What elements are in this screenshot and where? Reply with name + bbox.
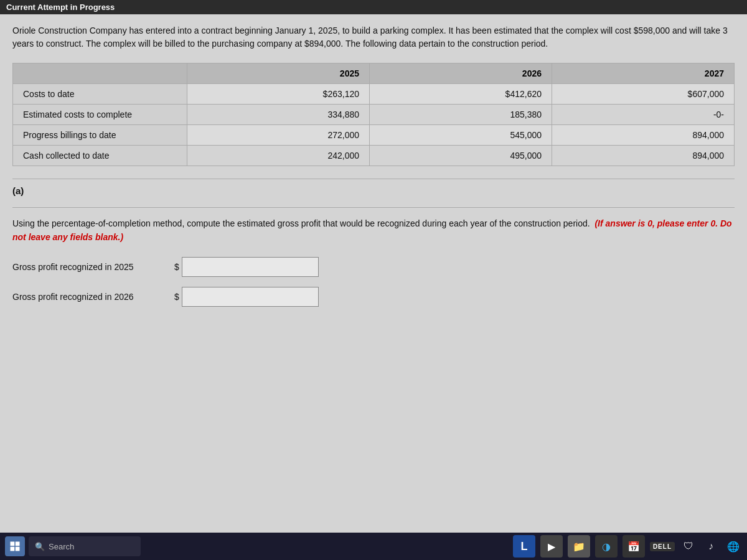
- search-label: Search: [49, 542, 74, 551]
- calendar-icon: 📅: [627, 541, 640, 553]
- shield-icon: 🛡: [680, 538, 697, 555]
- row-1-col-1: 334,880: [187, 105, 370, 125]
- app-l-icon: L: [520, 540, 527, 553]
- row-3-col-1: 242,000: [187, 146, 370, 166]
- input-row-0: Gross profit recognized in 2025$: [12, 257, 735, 277]
- row-1-col-2: 185,380: [370, 105, 552, 125]
- chrome-icon[interactable]: 🌐: [725, 538, 742, 555]
- row-label: Costs to date: [13, 84, 187, 105]
- taskbar-app-l[interactable]: L: [513, 535, 535, 558]
- row-1-col-3: -0-: [552, 105, 735, 125]
- video-icon: ▶: [548, 541, 555, 553]
- svg-rect-0: [11, 542, 15, 546]
- col-header-2026: 2026: [370, 63, 552, 84]
- taskbar-app-calendar[interactable]: 📅: [622, 535, 645, 558]
- edge-icon: ◑: [602, 541, 611, 553]
- gross-profit-2026-input[interactable]: [182, 287, 319, 307]
- row-3-col-3: 894,000: [552, 146, 735, 166]
- dollar-sign-0: $: [174, 262, 179, 272]
- windows-icon: [9, 541, 21, 552]
- taskbar-icons: L ▶ 📁 ◑ 📅 DELL 🛡 ♪ 🌐: [513, 535, 742, 558]
- table-row: Estimated costs to complete334,880185,38…: [13, 105, 735, 125]
- col-header-2027: 2027: [552, 63, 735, 84]
- row-label: Estimated costs to complete: [13, 105, 187, 125]
- row-label: Cash collected to date: [13, 146, 187, 166]
- row-0-col-3: $607,000: [552, 84, 735, 105]
- input-rows-container: Gross profit recognized in 2025$Gross pr…: [12, 257, 735, 307]
- taskbar-app-edge[interactable]: ◑: [595, 535, 618, 558]
- row-label: Progress billings to date: [13, 125, 187, 146]
- row-0-col-1: $263,120: [187, 84, 370, 105]
- search-bar[interactable]: 🔍 Search: [29, 536, 141, 556]
- start-button[interactable]: [5, 536, 25, 556]
- svg-rect-2: [11, 547, 15, 551]
- row-0-col-2: $412,620: [370, 84, 552, 105]
- row-2-col-3: 894,000: [552, 125, 735, 146]
- top-bar: Current Attempt in Progress: [0, 0, 747, 14]
- col-header-label: [13, 63, 187, 84]
- table-row: Cash collected to date242,000495,000894,…: [13, 146, 735, 166]
- section-a: (a): [12, 179, 735, 208]
- taskbar: 🔍 Search L ▶ 📁 ◑ 📅 DELL 🛡 ♪ 🌐: [0, 533, 747, 560]
- section-a-label: (a): [12, 185, 735, 196]
- dollar-sign-1: $: [174, 292, 179, 302]
- input-label-0: Gross profit recognized in 2025: [12, 262, 174, 272]
- main-content: Oriole Construction Company has entered …: [0, 14, 747, 549]
- question-main: Using the percentage-of-completion metho…: [12, 218, 590, 228]
- gross-profit-2025-input[interactable]: [182, 257, 319, 277]
- table-row: Progress billings to date272,000545,0008…: [13, 125, 735, 146]
- row-3-col-2: 495,000: [370, 146, 552, 166]
- svg-rect-3: [16, 547, 20, 551]
- table-row: Costs to date$263,120$412,620$607,000: [13, 84, 735, 105]
- dell-badge: DELL: [650, 542, 675, 551]
- row-2-col-1: 272,000: [187, 125, 370, 146]
- row-2-col-2: 545,000: [370, 125, 552, 146]
- table-header-row: 2025 2026 2027: [13, 63, 735, 84]
- taskbar-app-file[interactable]: 📁: [568, 535, 590, 558]
- file-icon: 📁: [573, 541, 585, 553]
- description-text: Oriole Construction Company has entered …: [12, 24, 735, 50]
- music-icon: ♪: [702, 538, 720, 555]
- top-bar-title: Current Attempt in Progress: [6, 2, 115, 12]
- taskbar-app-video[interactable]: ▶: [540, 535, 563, 558]
- data-table: 2025 2026 2027 Costs to date$263,120$412…: [12, 63, 735, 166]
- col-header-2025: 2025: [187, 63, 370, 84]
- input-row-1: Gross profit recognized in 2026$: [12, 287, 735, 307]
- question-text: Using the percentage-of-completion metho…: [12, 217, 735, 245]
- search-icon: 🔍: [35, 542, 45, 551]
- svg-rect-1: [16, 542, 20, 546]
- input-label-1: Gross profit recognized in 2026: [12, 292, 174, 302]
